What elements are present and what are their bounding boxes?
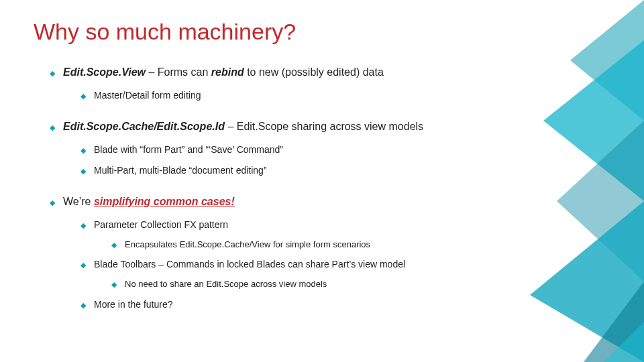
bullet-text: Multi-Part, multi-Blade “document editin… bbox=[94, 162, 267, 180]
bullet-icon: ◆ bbox=[50, 121, 56, 135]
bullet-level2: ◆ Multi-Part, multi-Blade “document edit… bbox=[80, 162, 604, 180]
bullet-text: Encapsulates Edit.Scope.Cache/View for s… bbox=[125, 237, 370, 253]
bullet-icon: ◆ bbox=[111, 278, 118, 292]
slide-content: ◆ Edit.Scope.View – Forms can rebind to … bbox=[34, 62, 604, 313]
bullet-text: We’re simplifying common cases! bbox=[63, 192, 235, 212]
text-strong: Edit.Scope.Cache/Edit.Scope.Id bbox=[63, 121, 225, 132]
text-ital: rebind bbox=[211, 66, 244, 78]
bullet-text: Master/Detail form editing bbox=[94, 86, 201, 105]
text: – Edit.Scope sharing across view models bbox=[225, 121, 423, 132]
bullet-icon: ◆ bbox=[80, 143, 87, 158]
bullet-level1: ◆ Edit.Scope.View – Forms can rebind to … bbox=[50, 62, 604, 82]
bullet-text: Edit.Scope.View – Forms can rebind to ne… bbox=[63, 62, 384, 82]
text: – Forms can bbox=[146, 66, 211, 78]
bullet-icon: ◆ bbox=[80, 258, 87, 272]
bullet-icon: ◆ bbox=[80, 298, 87, 312]
bullet-level2: ◆ Blade Toolbars – Commands in locked Bl… bbox=[80, 255, 604, 274]
slide: Why so much machinery? ◆ Edit.Scope.View… bbox=[0, 0, 644, 362]
svg-marker-5 bbox=[604, 322, 644, 362]
bullet-icon: ◆ bbox=[111, 238, 118, 252]
bullet-icon: ◆ bbox=[50, 196, 56, 210]
bullet-text: Blade Toolbars – Commands in locked Blad… bbox=[94, 255, 405, 274]
text: We’re bbox=[63, 196, 94, 207]
bullet-level2: ◆ Blade with “form Part” and “‘Save’ Com… bbox=[80, 141, 604, 159]
bullet-text: Blade with “form Part” and “‘Save’ Comma… bbox=[94, 141, 283, 159]
bullet-icon: ◆ bbox=[80, 219, 87, 233]
bullet-level3: ◆ Encapsulates Edit.Scope.Cache/View for… bbox=[111, 237, 604, 253]
bullet-level1: ◆ Edit.Scope.Cache/Edit.Scope.Id – Edit.… bbox=[50, 117, 604, 137]
bullet-icon: ◆ bbox=[80, 89, 87, 103]
bullet-text: Edit.Scope.Cache/Edit.Scope.Id – Edit.Sc… bbox=[63, 117, 423, 137]
bullet-level2: ◆ More in the future? bbox=[80, 296, 604, 314]
bullet-level2: ◆ Parameter Collection FX pattern bbox=[80, 216, 604, 234]
text-strong: Edit.Scope.View bbox=[63, 66, 146, 78]
text: to new (possibly edited) data bbox=[244, 66, 384, 78]
bullet-text: Parameter Collection FX pattern bbox=[94, 216, 228, 234]
text-emph: simplifying common cases! bbox=[94, 196, 235, 207]
bullet-text: No need to share an Edit.Scope across vi… bbox=[125, 276, 327, 293]
bullet-icon: ◆ bbox=[50, 66, 56, 80]
slide-title: Why so much machinery? bbox=[34, 19, 604, 45]
bullet-level3: ◆ No need to share an Edit.Scope across … bbox=[111, 276, 604, 293]
bullet-level2: ◆ Master/Detail form editing bbox=[80, 86, 604, 105]
bullet-icon: ◆ bbox=[80, 164, 87, 178]
bullet-level1: ◆ We’re simplifying common cases! bbox=[50, 192, 604, 212]
bullet-text: More in the future? bbox=[94, 296, 173, 314]
